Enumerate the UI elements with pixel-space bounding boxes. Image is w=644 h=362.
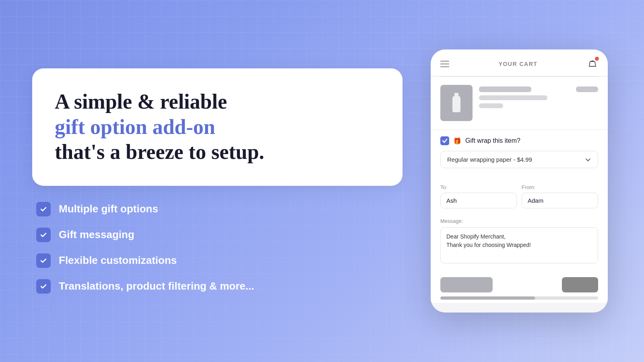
- product-desc-placeholder: [479, 95, 547, 100]
- to-from-row: To: From:: [440, 184, 598, 208]
- gift-wrap-checkbox[interactable]: [440, 136, 449, 145]
- feature-label-2: Gift messaging: [59, 228, 134, 241]
- product-info: [479, 85, 570, 108]
- headline-text: A simple & reliable gift option add-on t…: [55, 89, 380, 165]
- checkmark-icon-3: [36, 253, 51, 268]
- to-label: To:: [440, 184, 517, 190]
- feature-item-1: Multiple gift options: [36, 202, 402, 216]
- message-label: Message:: [440, 218, 598, 224]
- product-price-placeholder: [576, 86, 598, 92]
- feature-item-2: Gift messaging: [36, 228, 402, 242]
- bottom-buttons: [440, 277, 598, 292]
- gift-wrap-label: Gift wrap this item?: [465, 137, 520, 144]
- feature-item-4: Translations, product filtering & more..…: [36, 279, 402, 294]
- gift-wrap-section: 🎁 Gift wrap this item? Regular wrapping …: [431, 130, 608, 175]
- from-input[interactable]: [522, 193, 598, 208]
- checkmark-icon-4: [36, 279, 51, 294]
- checkmark-icon-2: [36, 228, 51, 242]
- headline-card: A simple & reliable gift option add-on t…: [32, 68, 402, 185]
- from-label: From:: [522, 184, 598, 190]
- feature-label-1: Multiple gift options: [59, 203, 158, 215]
- progress-bar: [440, 296, 598, 300]
- gift-emoji: 🎁: [453, 137, 461, 145]
- cart-badge: [594, 56, 600, 62]
- headline-line3: that's a breeze to setup.: [55, 140, 264, 163]
- cart-title: YOUR CART: [499, 61, 538, 67]
- cart-icon-wrapper[interactable]: [587, 58, 598, 70]
- main-layout: A simple & reliable gift option add-on t…: [0, 0, 644, 362]
- secondary-button-placeholder: [440, 277, 493, 292]
- product-small-placeholder: [479, 103, 503, 108]
- headline-accent: gift option add-on: [55, 115, 215, 138]
- wrap-dropdown-value: Regular wrapping paper - $4.99: [447, 156, 532, 163]
- gift-wrap-row: 🎁 Gift wrap this item?: [440, 136, 598, 145]
- left-panel: A simple & reliable gift option add-on t…: [32, 68, 402, 293]
- message-section: Message:: [431, 214, 608, 272]
- product-name-placeholder: [479, 86, 531, 92]
- checkmark-icon-1: [36, 202, 51, 216]
- feature-label-3: Flexible customizations: [59, 254, 177, 267]
- bottle-icon: [451, 93, 462, 113]
- menu-icon[interactable]: [440, 61, 449, 67]
- bottom-bar: [431, 272, 608, 303]
- product-row: [431, 77, 608, 129]
- cart-header: YOUR CART: [431, 49, 608, 76]
- features-list: Multiple gift options Gift messaging Fle…: [32, 202, 402, 294]
- to-from-section: To: From:: [431, 175, 608, 214]
- phone-mockup: YOUR CART: [431, 49, 608, 313]
- to-field-group: To:: [440, 184, 517, 208]
- svg-rect-0: [454, 93, 458, 96]
- right-panel: YOUR CART: [427, 49, 612, 313]
- primary-button-placeholder: [562, 277, 598, 292]
- feature-label-4: Translations, product filtering & more..…: [59, 280, 254, 292]
- to-input[interactable]: [440, 193, 517, 208]
- from-field-group: From:: [522, 184, 598, 208]
- product-thumbnail: [440, 85, 473, 121]
- progress-bar-fill: [440, 296, 535, 300]
- message-textarea[interactable]: [440, 227, 598, 263]
- wrap-dropdown[interactable]: Regular wrapping paper - $4.99: [440, 151, 598, 168]
- chevron-down-icon: [585, 156, 591, 163]
- headline-line1: A simple & reliable: [55, 90, 227, 113]
- feature-item-3: Flexible customizations: [36, 253, 402, 268]
